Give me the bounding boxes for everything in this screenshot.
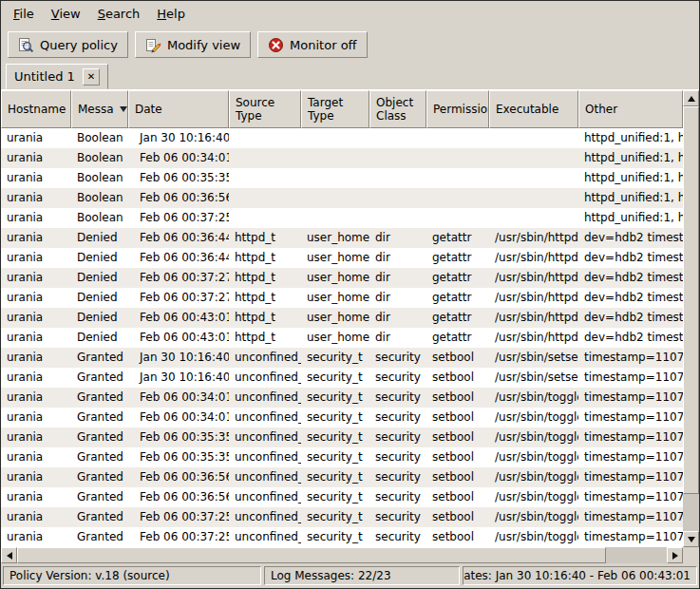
cell-permission: getattr [426, 328, 489, 348]
cell-message: Granted [71, 428, 128, 447]
cell-permission [426, 148, 489, 168]
table-row[interactable]: uraniaDeniedFeb 06 00:43:01httpd_tuser_h… [1, 328, 683, 348]
cell-source-type: unconfined_ [229, 368, 301, 388]
cell-target-type: user_home_ [301, 288, 369, 308]
cell-date: Feb 06 00:36:44 [128, 248, 229, 268]
menu-view[interactable]: View [43, 3, 89, 25]
vertical-scroll-thumb[interactable] [683, 106, 699, 494]
table-row[interactable]: uraniaGrantedJan 30 10:16:40unconfined_s… [1, 348, 683, 368]
table-row[interactable]: uraniaGrantedFeb 06 00:37:25unconfined_s… [1, 527, 683, 547]
tabbar: Untitled 1 ✕ [1, 64, 699, 89]
table-row[interactable]: uraniaBooleanFeb 06 00:35:35httpd_unifie… [1, 168, 683, 188]
cell-date: Feb 06 00:35:35 [128, 428, 229, 447]
cell-hostname: urania [1, 248, 71, 268]
query-policy-button[interactable]: Query policy [8, 31, 128, 58]
cell-object-class: dir [369, 288, 426, 308]
table-row[interactable]: uraniaGrantedFeb 06 00:35:35unconfined_s… [1, 447, 683, 467]
cell-date: Jan 30 10:16:40 [128, 348, 229, 368]
cell-other: timestamp=11076 [578, 507, 683, 527]
cell-other: dev=hdb2 timesta [578, 308, 683, 328]
table-row[interactable]: uraniaGrantedFeb 06 00:36:56unconfined_s… [1, 487, 683, 507]
cell-permission: getattr [426, 228, 489, 248]
cell-target-type [301, 128, 369, 148]
cell-object-class: security [369, 348, 426, 368]
column-header-hostname[interactable]: Hostname [1, 90, 71, 128]
horizontal-scrollbar[interactable] [1, 547, 683, 563]
scroll-left-button[interactable] [1, 547, 17, 563]
cell-executable: /usr/sbin/setseb [489, 348, 578, 368]
cell-source-type: httpd_t [229, 268, 301, 288]
table-row[interactable]: uraniaGrantedFeb 06 00:35:35unconfined_s… [1, 428, 683, 447]
cell-other: timestamp=11076 [578, 447, 683, 467]
menu-search[interactable]: Search [89, 3, 149, 25]
table-row[interactable]: uraniaDeniedFeb 06 00:36:44httpd_tuser_h… [1, 248, 683, 268]
cell-object-class [369, 128, 426, 148]
cell-executable: /usr/sbin/toggle [489, 487, 578, 507]
cell-other: timestamp=11076 [578, 388, 683, 408]
cell-object-class: dir [369, 228, 426, 248]
cell-permission: setbool [426, 348, 489, 368]
column-header-permission[interactable]: Permission [426, 90, 489, 128]
menu-file[interactable]: File [5, 3, 43, 25]
cell-source-type: unconfined_ [229, 348, 301, 368]
table-row[interactable]: uraniaBooleanFeb 06 00:36:56httpd_unifie… [1, 188, 683, 208]
table-row[interactable]: uraniaDeniedFeb 06 00:36:44httpd_tuser_h… [1, 228, 683, 248]
cell-executable: /usr/sbin/httpd [489, 328, 578, 348]
cell-source-type: unconfined_ [229, 487, 301, 507]
cell-source-type: unconfined_ [229, 507, 301, 527]
cell-other: httpd_unified:1, ht [578, 148, 683, 168]
table-row[interactable]: uraniaGrantedFeb 06 00:37:25unconfined_s… [1, 507, 683, 527]
column-header-source-type[interactable]: Source Type [229, 90, 301, 128]
tab-close-button[interactable]: ✕ [83, 68, 100, 86]
column-header-target-type[interactable]: Target Type [301, 90, 369, 128]
scroll-down-button[interactable] [683, 531, 699, 547]
cell-target-type [301, 148, 369, 168]
column-header-other[interactable]: Other [578, 90, 683, 128]
table-row[interactable]: uraniaGrantedFeb 06 00:36:56unconfined_s… [1, 467, 683, 487]
tab-untitled-1[interactable]: Untitled 1 ✕ [6, 64, 108, 89]
column-header-message[interactable]: Messa [71, 90, 128, 128]
cell-object-class [369, 148, 426, 168]
cell-source-type [229, 128, 301, 148]
cell-executable: /usr/sbin/httpd [489, 268, 578, 288]
column-header-executable[interactable]: Executable [489, 90, 578, 128]
cell-object-class [369, 188, 426, 208]
column-header-date[interactable]: Date [128, 90, 229, 128]
scroll-up-button[interactable] [683, 90, 699, 106]
monitor-off-button[interactable]: Monitor off [257, 31, 367, 58]
horizontal-scroll-track[interactable] [17, 547, 667, 563]
table-row[interactable]: uraniaBooleanFeb 06 00:37:25httpd_unifie… [1, 208, 683, 228]
cell-hostname: urania [1, 308, 71, 328]
arrow-right-icon [672, 552, 678, 560]
menu-help[interactable]: Help [148, 3, 194, 25]
vertical-scroll-track[interactable] [683, 106, 699, 531]
cell-date: Feb 06 00:34:01 [128, 388, 229, 408]
cell-executable: /usr/sbin/toggle [489, 388, 578, 408]
table-row[interactable]: uraniaDeniedFeb 06 00:43:01httpd_tuser_h… [1, 308, 683, 328]
table-row[interactable]: uraniaGrantedFeb 06 00:34:01unconfined_s… [1, 388, 683, 408]
cell-executable: /usr/sbin/setseb [489, 368, 578, 388]
horizontal-scroll-thumb[interactable] [17, 547, 606, 563]
cell-hostname: urania [1, 428, 71, 447]
table-row[interactable]: uraniaGrantedJan 30 10:16:40unconfined_s… [1, 368, 683, 388]
cell-date: Jan 30 10:16:40 [128, 368, 229, 388]
menubar: File View Search Help [1, 1, 699, 26]
table-row[interactable]: uraniaDeniedFeb 06 00:37:27httpd_tuser_h… [1, 288, 683, 308]
cell-date: Feb 06 00:37:27 [128, 268, 229, 288]
table-row[interactable]: uraniaGrantedFeb 06 00:34:01unconfined_s… [1, 408, 683, 428]
column-header-object-class[interactable]: Object Class [369, 90, 426, 128]
cell-target-type [301, 208, 369, 228]
cell-hostname: urania [1, 188, 71, 208]
cell-hostname: urania [1, 328, 71, 348]
column-label: Date [135, 103, 162, 116]
column-label: Executable [496, 103, 558, 116]
cell-executable [489, 168, 578, 188]
table-row[interactable]: uraniaDeniedFeb 06 00:37:27httpd_tuser_h… [1, 268, 683, 288]
cell-hostname: urania [1, 208, 71, 228]
vertical-scrollbar[interactable] [683, 90, 699, 547]
table-row[interactable]: uraniaBooleanJan 30 10:16:40httpd_unifie… [1, 128, 683, 148]
status-log-messages: Log Messages: 22/23 [264, 566, 460, 585]
modify-view-button[interactable]: Modify view [135, 31, 251, 58]
scroll-right-button[interactable] [667, 547, 683, 563]
table-row[interactable]: uraniaBooleanFeb 06 00:34:01httpd_unifie… [1, 148, 683, 168]
